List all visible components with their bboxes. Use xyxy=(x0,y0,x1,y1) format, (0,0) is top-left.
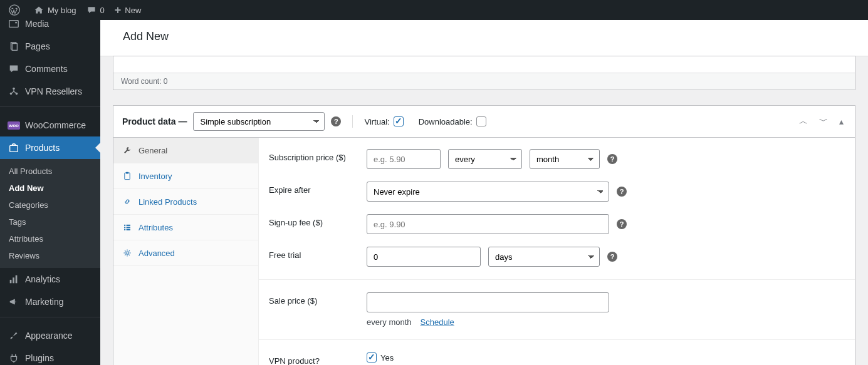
downloadable-checkbox[interactable] xyxy=(476,116,486,126)
product-data-title: Product data — xyxy=(122,116,187,126)
downloadable-label: Downloadable: xyxy=(419,117,473,126)
sidebar-sub-all-products[interactable]: All Products xyxy=(0,163,100,180)
svg-rect-15 xyxy=(124,225,125,226)
tab-linked-products[interactable]: Linked Products xyxy=(113,189,258,215)
word-count: Word count: 0 xyxy=(113,73,855,90)
sale-price-hint: every month xyxy=(367,317,412,327)
sidebar-item-appearance[interactable]: Appearance xyxy=(0,324,100,347)
svg-rect-9 xyxy=(10,280,12,283)
free-trial-input[interactable] xyxy=(367,247,481,267)
field-subscription-price: Subscription price ($) every month ? xyxy=(269,149,845,169)
sidebar-item-plugins[interactable]: Plugins xyxy=(0,347,100,365)
page-icon xyxy=(8,40,20,53)
help-icon[interactable]: ? xyxy=(607,252,617,262)
sidebar-item-woocommerce[interactable]: woo WooCommerce xyxy=(0,114,100,136)
move-down-icon[interactable]: ﹀ xyxy=(817,116,830,127)
product-data-box: Product data — Simple subscription ? Vir… xyxy=(113,105,855,365)
field-free-trial: Free trial days ? xyxy=(269,247,845,267)
sidebar-sub-reviews[interactable]: Reviews xyxy=(0,247,100,264)
svg-rect-17 xyxy=(124,227,125,228)
products-icon xyxy=(8,141,20,154)
expire-after-select[interactable]: Never expire xyxy=(367,182,609,202)
megaphone-icon xyxy=(8,296,20,308)
vpn-product-value: Yes xyxy=(380,353,394,362)
woocommerce-icon: woo xyxy=(8,119,20,131)
tab-advanced[interactable]: Advanced xyxy=(113,240,258,266)
products-submenu: All Products Add New Categories Tags Att… xyxy=(0,159,100,268)
svg-rect-20 xyxy=(127,229,130,230)
sidebar-item-products[interactable]: Products xyxy=(0,136,100,159)
main-content: Add New Word count: 0 Product data — Sim… xyxy=(100,20,868,365)
subscription-period-select[interactable]: month xyxy=(530,149,600,169)
sidebar-item-comments[interactable]: Comments xyxy=(0,58,100,80)
tab-general[interactable]: General xyxy=(113,138,258,163)
field-vpn-product: VPN product? Yes xyxy=(269,352,845,365)
site-link[interactable]: My blog xyxy=(29,0,81,20)
sidebar-sub-add-new[interactable]: Add New xyxy=(0,180,100,197)
downloadable-toggle[interactable]: Downloadable: xyxy=(419,116,486,126)
schedule-link[interactable]: Schedule xyxy=(421,317,454,327)
sale-price-input[interactable] xyxy=(367,292,609,312)
svg-rect-14 xyxy=(126,172,128,174)
field-expire-after: Expire after Never expire ? xyxy=(269,182,845,202)
comments-link[interactable]: 0 xyxy=(81,0,110,20)
comment-icon xyxy=(8,63,20,75)
network-icon xyxy=(8,85,20,98)
svg-point-5 xyxy=(13,88,15,90)
sidebar-sub-attributes[interactable]: Attributes xyxy=(0,230,100,247)
sidebar-sub-tags[interactable]: Tags xyxy=(0,213,100,230)
svg-rect-19 xyxy=(124,229,125,230)
move-up-icon[interactable]: ︿ xyxy=(797,116,810,127)
product-data-tabs: General Inventory Linked Products Attrib… xyxy=(113,138,259,365)
link-icon xyxy=(122,197,132,207)
site-name: My blog xyxy=(48,6,76,15)
brush-icon xyxy=(8,329,20,342)
free-trial-unit-select[interactable]: days xyxy=(488,247,600,267)
general-panel: Subscription price ($) every month ? Exp… xyxy=(259,138,855,365)
virtual-checkbox[interactable] xyxy=(394,116,404,126)
list-icon xyxy=(122,222,132,232)
sidebar-sub-categories[interactable]: Categories xyxy=(0,197,100,213)
help-icon[interactable]: ? xyxy=(617,187,627,197)
home-icon xyxy=(34,5,44,15)
signup-fee-input[interactable] xyxy=(367,214,609,234)
plug-icon xyxy=(8,352,20,364)
tab-attributes[interactable]: Attributes xyxy=(113,215,258,240)
sidebar-item-marketing[interactable]: Marketing xyxy=(0,290,100,313)
svg-rect-8 xyxy=(10,145,18,152)
plus-icon: + xyxy=(115,4,122,17)
svg-rect-4 xyxy=(12,44,17,51)
vpn-product-toggle[interactable]: Yes xyxy=(367,352,394,362)
svg-rect-13 xyxy=(125,173,130,180)
field-signup-fee: Sign-up fee ($) ? xyxy=(269,214,845,234)
svg-point-21 xyxy=(126,252,128,254)
subscription-price-input[interactable] xyxy=(367,149,441,169)
vpn-product-checkbox[interactable] xyxy=(367,352,377,362)
admin-sidebar: Media Pages Comments VPN Resellers woo W… xyxy=(0,20,100,365)
gear-icon xyxy=(122,248,132,258)
page-title: Add New xyxy=(123,30,855,43)
product-type-select[interactable]: Simple subscription xyxy=(193,112,325,131)
new-label: New xyxy=(125,6,141,15)
sidebar-item-media[interactable]: Media xyxy=(0,20,100,35)
virtual-toggle[interactable]: Virtual: xyxy=(364,116,403,126)
collapse-icon[interactable]: ▴ xyxy=(837,116,846,126)
svg-rect-18 xyxy=(127,227,130,228)
subscription-interval-select[interactable]: every xyxy=(448,149,522,169)
new-link[interactable]: + New xyxy=(110,0,147,20)
help-icon[interactable]: ? xyxy=(617,219,627,229)
wp-logo[interactable] xyxy=(4,0,29,20)
help-icon[interactable]: ? xyxy=(331,116,341,126)
media-icon xyxy=(8,20,20,30)
wordpress-icon xyxy=(9,4,20,16)
sidebar-item-analytics[interactable]: Analytics xyxy=(0,268,100,290)
comments-count: 0 xyxy=(100,6,105,15)
tab-inventory[interactable]: Inventory xyxy=(113,163,258,189)
wrench-icon xyxy=(122,145,132,155)
sidebar-item-vpn-resellers[interactable]: VPN Resellers xyxy=(0,80,100,103)
description-editor[interactable]: Word count: 0 xyxy=(113,56,855,90)
clipboard-icon xyxy=(122,171,132,181)
svg-rect-16 xyxy=(127,225,130,226)
sidebar-item-pages[interactable]: Pages xyxy=(0,35,100,58)
help-icon[interactable]: ? xyxy=(607,154,617,164)
